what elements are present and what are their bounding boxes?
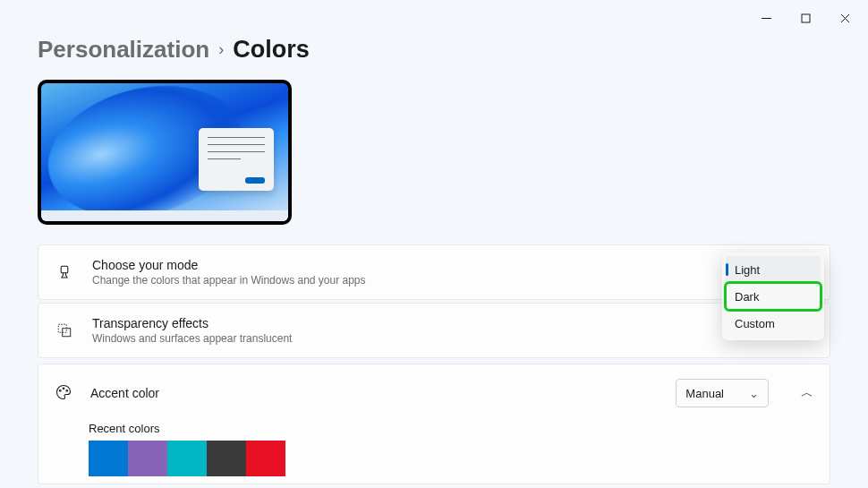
mode-option-dark[interactable]: Dark [726,283,821,310]
mode-option-custom[interactable]: Custom [726,310,821,337]
collapse-button[interactable]: ︿ [801,385,813,401]
accent-mode-dropdown[interactable]: Manual ⌄ [676,379,769,407]
row-title: Accent color [90,386,658,400]
recent-colors-list [89,441,779,476]
recent-colors-label: Recent colors [89,422,779,435]
brush-icon [55,264,74,280]
row-title: Transparency effects [92,316,813,330]
breadcrumb: Personalization › Colors [38,36,830,64]
color-swatch[interactable] [207,441,246,476]
mode-dropdown-flyout: Light Dark Custom [722,253,824,340]
desktop-preview [38,80,292,225]
page-title: Colors [233,36,310,64]
maximize-button[interactable] [786,5,825,30]
accent-color-section: Accent color Manual ⌄ ︿ Recent colors [38,364,830,484]
row-subtitle: Windows and surfaces appear translucent [92,332,813,345]
mode-option-light[interactable]: Light [726,256,821,283]
color-swatch[interactable] [246,441,285,476]
palette-icon [55,383,72,404]
transparency-icon [55,322,74,338]
row-transparency[interactable]: Transparency effects Windows and surface… [38,303,830,358]
window-titlebar [0,0,868,29]
dropdown-value: Manual [685,387,724,400]
row-title: Choose your mode [92,258,813,272]
svg-rect-4 [61,266,68,273]
close-button[interactable] [825,5,864,30]
svg-point-8 [63,388,64,390]
chevron-down-icon: ⌄ [749,387,759,400]
color-swatch[interactable] [167,441,207,476]
svg-rect-1 [802,14,810,22]
minimize-button[interactable] [746,5,786,30]
svg-point-9 [66,390,68,391]
svg-point-7 [59,390,61,391]
color-swatch[interactable] [89,441,128,476]
row-subtitle: Change the colors that appear in Windows… [92,274,813,287]
chevron-right-icon: › [218,40,224,59]
breadcrumb-parent[interactable]: Personalization [38,36,209,64]
row-choose-mode[interactable]: Choose your mode Change the colors that … [38,244,830,300]
color-swatch[interactable] [128,441,167,476]
